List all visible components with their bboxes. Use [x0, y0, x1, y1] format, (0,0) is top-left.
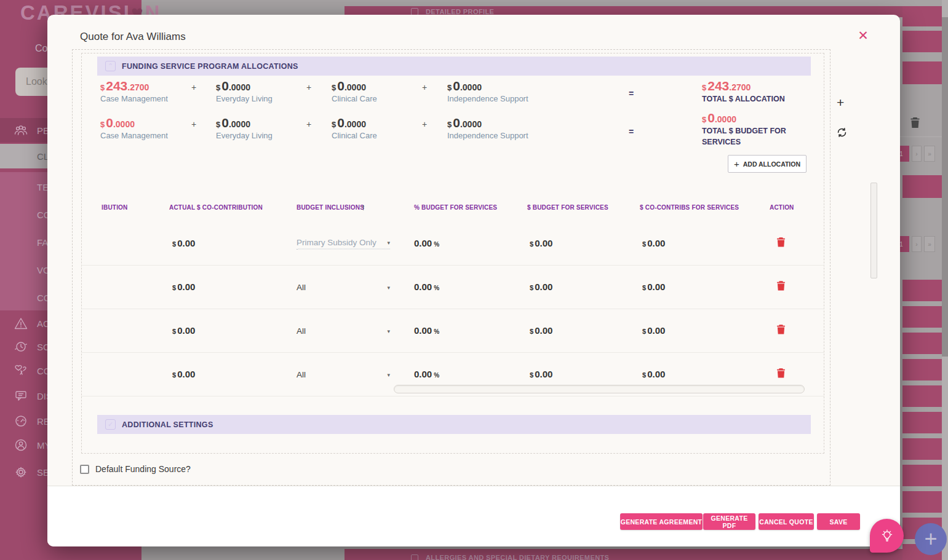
allocation-category-label: Everyday Living [216, 94, 273, 103]
trash-icon [776, 239, 786, 250]
background-block [902, 491, 943, 513]
pct-budget-cell: 0.00% [414, 369, 439, 380]
sidebar-nav-text: Co [35, 43, 47, 54]
allocation-amount: $0.0000Clinical Care [332, 116, 377, 140]
delete-row-button[interactable] [776, 325, 786, 337]
sidebar-item-label: FA [37, 237, 48, 248]
plus-operator: + [422, 82, 427, 92]
allocation-value: $0.0000 [332, 116, 377, 130]
allocation-category-label: Case Management [100, 131, 168, 140]
allocation-amount: $0.0000Independence Support [447, 79, 528, 103]
chevron-down-icon: ▾ [387, 239, 390, 245]
delete-row-button[interactable] [776, 281, 786, 294]
allocation-category-label: Clinical Care [332, 94, 377, 103]
plus-icon: + [734, 159, 739, 169]
allocation-value: $0.0000 [447, 116, 528, 130]
chat-icon [12, 387, 30, 404]
budget-inclusions-dropdown[interactable]: All▾ [297, 326, 390, 336]
allocation-total: $243.2700TOTAL $ ALLOCATION [702, 79, 794, 105]
add-funding-source-icon[interactable]: + [837, 95, 844, 110]
plus-operator: + [191, 119, 196, 129]
add-fab-button[interactable]: + [915, 523, 947, 555]
allocation-category-label: Clinical Care [332, 131, 377, 140]
schedule-icon [12, 338, 30, 355]
horizontal-scrollbar-thumb[interactable] [394, 385, 805, 393]
column-header--budget-for-services[interactable]: $ BUDGET FOR SERVICES [527, 204, 608, 211]
column-header--co-contribs-for-services[interactable]: $ CO-CONTRIBS FOR SERVICES [640, 204, 739, 211]
equals-operator: = [629, 89, 634, 98]
generate-agreement-button[interactable]: GENERATE AGREEMENT [620, 513, 703, 530]
checkbox-icon [411, 554, 418, 560]
background-block [902, 385, 943, 407]
hearts-icon [12, 362, 30, 379]
column-header-ibution[interactable]: IBUTION [102, 204, 128, 211]
budget-for-services-cell: $0.00 [530, 369, 552, 380]
default-funding-checkbox[interactable] [80, 465, 89, 474]
column-header-actual-co-contribution[interactable]: ACTUAL $ CO-CONTRIBUTION [169, 204, 263, 211]
allocation-category-label: Independence Support [447, 131, 528, 140]
vertical-scrollbar-thumb[interactable] [870, 183, 877, 278]
help-fab-button[interactable] [870, 519, 904, 553]
quote-modal: Quote for Ava Williams ✕ ⌃ FUNDING SERVI… [47, 15, 900, 546]
browser-scrollbar-thumb[interactable] [942, 17, 948, 357]
collapse-icon[interactable]: ⌃ [105, 61, 116, 71]
refresh-icon[interactable] [836, 127, 848, 141]
last-page-button[interactable]: » [924, 146, 935, 162]
background-block [902, 31, 943, 52]
delete-row-button[interactable] [776, 237, 786, 250]
allocation-amount: $0.0000Everyday Living [216, 116, 273, 140]
gear-icon [12, 463, 30, 481]
co-contribs-for-services-cell: $0.00 [642, 282, 665, 293]
column-header-action[interactable]: ACTION [770, 204, 794, 211]
add-allocation-button[interactable]: + ADD ALLOCATION [728, 155, 807, 173]
sort-ascending-icon[interactable]: ↑ [361, 202, 365, 212]
plus-operator: + [306, 82, 311, 92]
close-icon[interactable]: ✕ [854, 27, 872, 44]
background-block [902, 438, 943, 460]
budget-inclusions-dropdown[interactable]: All▾ [297, 283, 390, 292]
budget-for-services-cell: $0.00 [530, 238, 552, 249]
additional-settings-section-header[interactable]: ✓ ADDITIONAL SETTINGS [97, 415, 811, 434]
allocation-amount: $0.0000Clinical Care [332, 79, 377, 103]
column-header-budget-inclusions[interactable]: BUDGET INCLUSIONS [297, 204, 364, 211]
allocation-value: $0.0000 [216, 116, 273, 130]
pct-budget-cell: 0.00% [414, 282, 439, 293]
co-contribution-cell: $0.00 [172, 325, 195, 336]
chevron-down-icon: ▾ [387, 371, 390, 377]
plus-operator: + [191, 82, 196, 92]
table-row: $0.00Primary Subsidy Only▾0.00%$0.00$0.0… [81, 222, 824, 266]
person-icon [12, 436, 30, 454]
allocation-value: $0.0000 [216, 79, 273, 93]
cancel-quote-button[interactable]: CANCEL QUOTE [759, 513, 814, 530]
allocation-value: $243.2700 [100, 79, 168, 93]
expand-icon[interactable]: ✓ [105, 419, 116, 430]
budget-inclusions-dropdown[interactable]: All▾ [297, 370, 390, 379]
allocation-amount: $0.0000Case Management [100, 116, 168, 140]
background-block [902, 61, 943, 84]
funding-allocations-section-header[interactable]: ⌃ FUNDING SERVICE PROGRAM ALLOCATIONS [97, 57, 811, 76]
background-block [902, 306, 943, 328]
budget-inclusions-dropdown[interactable]: Primary Subsidy Only▾ [297, 238, 390, 250]
delete-row-button[interactable] [776, 368, 786, 381]
last-page-button[interactable]: » [924, 236, 935, 252]
lightbulb-icon [880, 529, 894, 543]
background-block [902, 412, 943, 433]
total-label: TOTAL $ ALLOCATION [702, 93, 794, 105]
co-contribs-for-services-cell: $0.00 [642, 238, 665, 249]
next-page-button[interactable]: › [912, 146, 922, 162]
next-page-button[interactable]: › [912, 236, 922, 252]
background-block [902, 6, 943, 26]
co-contribution-cell: $0.00 [172, 238, 195, 249]
background-block [902, 333, 943, 354]
co-contribs-for-services-cell: $0.00 [642, 325, 665, 336]
save-button[interactable]: SAVE [817, 513, 860, 530]
generate-pdf-button[interactable]: GENERATE PDF [703, 513, 755, 530]
total-value: $243.2700 [702, 79, 794, 93]
trash-icon [776, 283, 786, 293]
people-icon [12, 122, 30, 139]
total-label: TOTAL $ BUDGET FOR SERVICES [702, 125, 794, 148]
column-header--budget-for-services[interactable]: % BUDGET FOR SERVICES [414, 204, 497, 211]
budget-for-services-cell: $0.00 [530, 325, 552, 336]
gauge-icon [12, 412, 30, 430]
allocation-category-label: Everyday Living [216, 131, 273, 140]
